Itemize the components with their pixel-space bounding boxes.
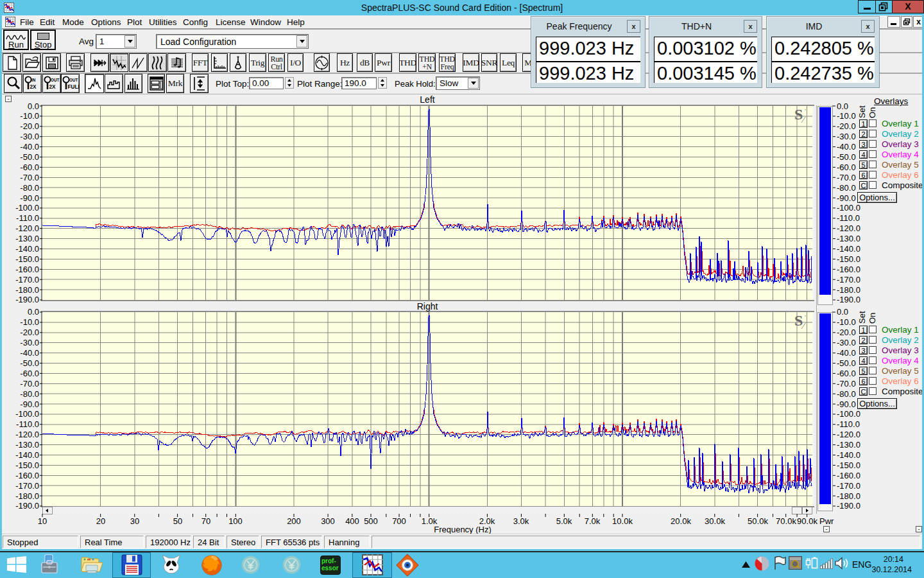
svg-text:-170.0: -170.0 — [15, 481, 39, 491]
svg-text:-140.0: -140.0 — [15, 244, 39, 254]
svg-text:-20.0: -20.0 — [20, 121, 39, 131]
svg-text:-60.0: -60.0 — [837, 162, 856, 172]
svg-text:ˈ: ˈ — [804, 314, 807, 323]
svg-text:50: 50 — [173, 516, 182, 526]
svg-text:30: 30 — [130, 516, 139, 526]
svg-text:-30.0: -30.0 — [20, 338, 39, 347]
svg-text:-160.0: -160.0 — [15, 471, 39, 480]
svg-text:-150.0: -150.0 — [837, 460, 860, 470]
svg-text:-110.0: -110.0 — [16, 213, 39, 223]
svg-text:-80.0: -80.0 — [837, 389, 856, 399]
svg-text:100: 100 — [228, 516, 243, 526]
svg-text:-120.0: -120.0 — [15, 430, 39, 439]
svg-text:20.0k: 20.0k — [671, 516, 691, 526]
svg-text:-60.0: -60.0 — [20, 162, 39, 172]
svg-text:-160.0: -160.0 — [837, 471, 860, 480]
svg-text:50.0k: 50.0k — [748, 516, 768, 526]
svg-text:-70.0: -70.0 — [20, 173, 39, 182]
svg-text:-80.0: -80.0 — [20, 389, 39, 399]
svg-text:-90.0: -90.0 — [837, 193, 856, 203]
svg-text:-130.0: -130.0 — [837, 440, 860, 450]
svg-text:S: S — [794, 312, 803, 329]
svg-text:-100.0: -100.0 — [837, 203, 860, 213]
svg-text:10: 10 — [38, 516, 47, 526]
svg-text:30.0k: 30.0k — [705, 516, 725, 526]
svg-text:-90.0: -90.0 — [837, 399, 856, 409]
svg-text:-150.0: -150.0 — [15, 254, 39, 264]
svg-text:-40.0: -40.0 — [837, 348, 856, 358]
svg-text:-140.0: -140.0 — [15, 450, 39, 460]
svg-text:-180.0: -180.0 — [15, 285, 39, 295]
svg-text:-20.0: -20.0 — [837, 121, 856, 131]
svg-text:-30.0: -30.0 — [837, 338, 856, 347]
svg-text:-110.0: -110.0 — [837, 419, 860, 429]
svg-text:-60.0: -60.0 — [20, 369, 39, 378]
svg-text:-120.0: -120.0 — [837, 430, 860, 439]
svg-text:-130.0: -130.0 — [837, 234, 860, 243]
svg-text:-190.0: -190.0 — [837, 295, 860, 304]
svg-text:-50.0: -50.0 — [837, 358, 856, 368]
svg-text:-130.0: -130.0 — [15, 234, 39, 243]
svg-text:-30.0: -30.0 — [20, 132, 39, 141]
svg-text:-160.0: -160.0 — [837, 265, 860, 274]
svg-text:S: S — [794, 106, 803, 123]
svg-text:700: 700 — [392, 516, 406, 526]
svg-text:-40.0: -40.0 — [20, 142, 39, 152]
svg-text:-180.0: -180.0 — [837, 491, 860, 501]
svg-text:10.0k: 10.0k — [612, 516, 633, 526]
svg-text:-190.0: -190.0 — [15, 295, 39, 304]
svg-text:70: 70 — [201, 516, 210, 526]
svg-text:70.0k: 70.0k — [776, 516, 796, 526]
svg-text:-100.0: -100.0 — [15, 203, 39, 213]
svg-text:300: 300 — [321, 516, 335, 526]
svg-text:0.0: 0.0 — [837, 101, 848, 111]
svg-text:-20.0: -20.0 — [20, 328, 39, 337]
svg-text:-50.0: -50.0 — [837, 152, 856, 162]
svg-text:-70.0: -70.0 — [20, 379, 39, 389]
svg-text:5.0k: 5.0k — [556, 516, 572, 526]
svg-text:-70.0: -70.0 — [837, 379, 856, 389]
svg-text:20: 20 — [96, 516, 105, 526]
svg-text:0.0: 0.0 — [837, 307, 848, 317]
svg-text:Right: Right — [417, 301, 438, 311]
svg-text:3.0k: 3.0k — [513, 516, 529, 526]
svg-text:-110.0: -110.0 — [837, 213, 860, 223]
svg-text:-90.0: -90.0 — [20, 399, 39, 409]
svg-text:-150.0: -150.0 — [837, 254, 860, 264]
svg-text:Pwr: Pwr — [819, 516, 834, 526]
svg-text:-170.0: -170.0 — [837, 481, 860, 491]
svg-text:400: 400 — [345, 516, 359, 526]
svg-text:-90.0: -90.0 — [20, 193, 39, 203]
svg-text:-120.0: -120.0 — [15, 223, 39, 233]
svg-text:-170.0: -170.0 — [15, 275, 39, 285]
svg-text:-110.0: -110.0 — [16, 419, 39, 429]
svg-text:90.0k: 90.0k — [797, 516, 817, 526]
svg-text:-70.0: -70.0 — [837, 173, 856, 182]
svg-text:-50.0: -50.0 — [20, 152, 39, 162]
svg-text:-10.0: -10.0 — [837, 317, 856, 327]
svg-text:Left: Left — [420, 94, 434, 105]
svg-text:-140.0: -140.0 — [837, 244, 860, 254]
svg-text:7.0k: 7.0k — [585, 516, 601, 526]
svg-text:Frequency (Hz): Frequency (Hz) — [434, 525, 492, 534]
svg-text:-80.0: -80.0 — [20, 183, 39, 193]
svg-text:-60.0: -60.0 — [837, 369, 856, 378]
svg-text:-180.0: -180.0 — [15, 491, 39, 501]
svg-text:-100.0: -100.0 — [15, 409, 39, 419]
svg-text:ˈ: ˈ — [804, 108, 807, 117]
svg-text:-150.0: -150.0 — [15, 460, 39, 470]
svg-text:-40.0: -40.0 — [20, 348, 39, 358]
svg-text:0.0: 0.0 — [28, 101, 39, 111]
svg-text:0.0: 0.0 — [28, 307, 39, 317]
svg-text:-180.0: -180.0 — [837, 285, 860, 295]
svg-text:-140.0: -140.0 — [837, 450, 860, 460]
svg-text:-100.0: -100.0 — [837, 409, 860, 419]
svg-text:-170.0: -170.0 — [837, 275, 860, 285]
svg-text:-120.0: -120.0 — [837, 223, 860, 233]
svg-text:-50.0: -50.0 — [20, 358, 39, 368]
svg-text:-160.0: -160.0 — [15, 265, 39, 274]
svg-text:-40.0: -40.0 — [837, 142, 856, 152]
svg-text:-190.0: -190.0 — [837, 501, 860, 511]
svg-text:-130.0: -130.0 — [15, 440, 39, 450]
svg-text:-190.0: -190.0 — [15, 501, 39, 511]
